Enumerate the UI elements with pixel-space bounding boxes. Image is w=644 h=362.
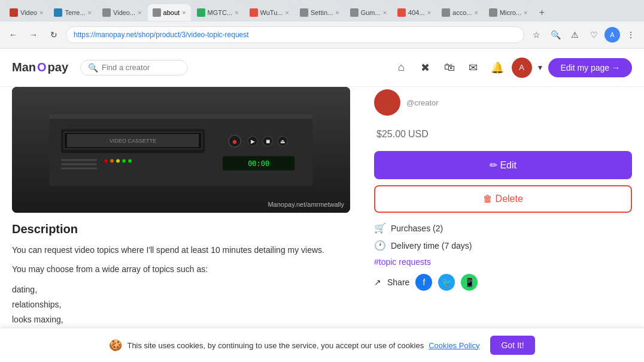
home-icon[interactable]: ⌂ bbox=[392, 58, 411, 77]
tab-mgtc[interactable]: MGTC... × bbox=[192, 4, 244, 21]
reload-button[interactable]: ↻ bbox=[45, 26, 62, 43]
tab-about[interactable]: about × bbox=[148, 4, 191, 21]
share-label: Share bbox=[387, 277, 409, 287]
svg-text:⏺: ⏺ bbox=[232, 138, 238, 145]
share-icon: ↗ bbox=[374, 277, 381, 287]
search-input[interactable] bbox=[102, 63, 174, 72]
tab-close-video1[interactable]: × bbox=[40, 9, 43, 16]
tab-close-video2[interactable]: × bbox=[138, 9, 141, 16]
tab-close-about[interactable]: × bbox=[182, 9, 186, 16]
product-description: Description You can request video topics… bbox=[12, 222, 350, 343]
svg-rect-1 bbox=[49, 114, 312, 119]
send-icon[interactable]: ✉ bbox=[464, 58, 483, 77]
list-item: dating, bbox=[12, 282, 350, 297]
edit-my-page-button[interactable]: Edit my page → bbox=[548, 58, 632, 77]
svg-point-19 bbox=[104, 159, 108, 162]
list-item: relationships, bbox=[12, 297, 350, 312]
menu-button[interactable]: ⋮ bbox=[622, 26, 639, 43]
tab-micro[interactable]: Micro... × bbox=[484, 4, 533, 21]
search-icon: 🔍 bbox=[88, 63, 98, 73]
tab-video1[interactable]: Video × bbox=[5, 4, 48, 21]
product-right: @creator $25.00USD ✏ Edit 🗑 Delete 🛒 Pur… bbox=[362, 87, 644, 362]
browser-profile[interactable]: A bbox=[604, 27, 620, 43]
cookies-policy-link[interactable]: Cookies Policy bbox=[429, 341, 479, 350]
tab-label-video1: Video bbox=[20, 9, 37, 16]
tab-close-gum[interactable]: × bbox=[383, 9, 387, 16]
logo-pay: pay bbox=[48, 61, 68, 74]
avatar-chevron[interactable]: ▼ bbox=[537, 64, 544, 72]
cookie-icon: 🍪 bbox=[109, 339, 122, 352]
tab-close-terre[interactable]: × bbox=[88, 9, 92, 16]
page-wrapper: ManOpay 🔍 ⌂ ✖ 🛍 ✉ 🔔 A ▼ Edit my page → bbox=[0, 49, 644, 362]
tab-close-mgtc[interactable]: × bbox=[235, 9, 238, 16]
vcr-svg: VIDEO CASSETTE ⏺ ▶ ⏹ ⏏ 00:00 bbox=[37, 93, 324, 207]
delivery-row: 🕐 Delivery time (7 days) bbox=[374, 240, 632, 251]
description-title: Description bbox=[12, 222, 350, 236]
tab-wutu[interactable]: WuTu... × bbox=[245, 4, 294, 21]
tab-close-wutu[interactable]: × bbox=[285, 9, 288, 16]
tab-close-micro[interactable]: × bbox=[524, 9, 527, 16]
favorites-button[interactable]: ♡ bbox=[585, 26, 602, 43]
price-currency: USD bbox=[408, 129, 429, 139]
purchases-label: Purchases (2) bbox=[391, 224, 443, 233]
site-header: ManOpay 🔍 ⌂ ✖ 🛍 ✉ 🔔 A ▼ Edit my page → bbox=[0, 49, 644, 87]
cart-meta-icon: 🛒 bbox=[374, 222, 386, 234]
tab-label-acco: acco... bbox=[452, 9, 472, 16]
tab-acco[interactable]: acco... × bbox=[437, 4, 483, 21]
cookie-message: This site uses cookies, by continuing to… bbox=[127, 341, 424, 350]
tab-terre[interactable]: Terre... × bbox=[49, 4, 96, 21]
got-it-button[interactable]: Got It! bbox=[490, 336, 534, 355]
description-para1: You can request video topics where I'll … bbox=[12, 243, 350, 257]
tab-404[interactable]: 404... × bbox=[393, 4, 436, 21]
twitter-share-button[interactable]: 🐦 bbox=[438, 274, 455, 291]
tab-settings[interactable]: Settin... × bbox=[295, 4, 344, 21]
avatar[interactable]: A bbox=[512, 58, 532, 78]
tab-close-acco[interactable]: × bbox=[474, 9, 478, 16]
logo-text: Man bbox=[12, 61, 36, 74]
purchases-row: 🛒 Purchases (2) bbox=[374, 222, 632, 234]
compass-icon[interactable]: ✖ bbox=[416, 58, 435, 77]
svg-text:⏏: ⏏ bbox=[280, 138, 285, 144]
tab-label-about: about bbox=[163, 9, 180, 16]
tag-link[interactable]: #topic requests bbox=[374, 257, 632, 267]
price-display: $25.00USD bbox=[374, 123, 632, 141]
tab-close-404[interactable]: × bbox=[427, 9, 431, 16]
tab-label-terre: Terre... bbox=[65, 9, 85, 16]
whatsapp-share-button[interactable]: 📱 bbox=[461, 274, 478, 291]
delete-button[interactable]: 🗑 Delete bbox=[374, 185, 632, 213]
tab-video2[interactable]: Video... × bbox=[98, 4, 147, 21]
list-item: looks maxing, bbox=[12, 312, 350, 327]
cart-icon[interactable]: 🛍 bbox=[440, 58, 459, 77]
product-image: VIDEO CASSETTE ⏺ ▶ ⏹ ⏏ 00:00 bbox=[12, 87, 350, 213]
zoom-button[interactable]: 🔍 bbox=[547, 26, 564, 43]
tab-close-settings[interactable]: × bbox=[335, 9, 339, 16]
creator-avatar bbox=[374, 89, 400, 116]
back-button[interactable]: ← bbox=[5, 26, 22, 43]
tab-gum[interactable]: Gum... × bbox=[345, 4, 391, 21]
site-logo[interactable]: ManOpay bbox=[12, 61, 68, 74]
bell-icon[interactable]: 🔔 bbox=[488, 58, 507, 77]
svg-point-22 bbox=[122, 159, 126, 162]
new-tab-button[interactable]: + bbox=[533, 4, 550, 21]
facebook-share-button[interactable]: f bbox=[415, 274, 432, 291]
description-para2: You may choose from a wide array of topi… bbox=[12, 263, 350, 276]
price-value: $25.00 bbox=[376, 129, 406, 139]
search-box[interactable]: 🔍 bbox=[80, 60, 188, 76]
extensions-button[interactable]: ⚠ bbox=[566, 26, 583, 43]
svg-point-21 bbox=[116, 159, 120, 162]
edit-button[interactable]: ✏ Edit bbox=[374, 151, 632, 179]
forward-button[interactable]: → bbox=[25, 26, 42, 43]
tab-label-settings: Settin... bbox=[311, 9, 333, 16]
product-image-inner: VIDEO CASSETTE ⏺ ▶ ⏹ ⏏ 00:00 bbox=[12, 87, 350, 213]
svg-text:⏹: ⏹ bbox=[265, 138, 271, 144]
browser-actions: ☆ 🔍 ⚠ ♡ A ⋮ bbox=[528, 26, 639, 43]
delivery-label: Delivery time (7 days) bbox=[391, 241, 472, 251]
svg-point-20 bbox=[110, 159, 114, 162]
clock-icon: 🕐 bbox=[374, 240, 386, 251]
product-left: VIDEO CASSETTE ⏺ ▶ ⏹ ⏏ 00:00 bbox=[0, 87, 362, 362]
tab-label-gum: Gum... bbox=[361, 9, 381, 16]
image-watermark: Manopay.net/amrmetwally bbox=[268, 201, 344, 208]
address-bar[interactable]: https://manopay.net/shop/product/3/video… bbox=[66, 26, 524, 43]
bookmarks-button[interactable]: ☆ bbox=[528, 26, 545, 43]
url-bar: ← → ↻ https://manopay.net/shop/product/3… bbox=[0, 22, 644, 48]
